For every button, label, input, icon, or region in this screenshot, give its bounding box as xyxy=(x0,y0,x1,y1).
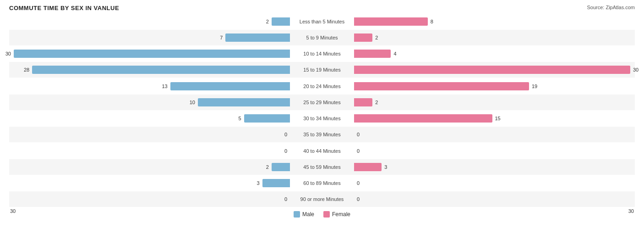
legend-female: Female xyxy=(323,211,350,218)
val-male: 2 xyxy=(266,164,269,170)
row-label: 40 to 44 Minutes xyxy=(292,148,352,154)
bar-female xyxy=(354,17,428,26)
legend: Male Female xyxy=(294,211,350,218)
row-label: 25 to 29 Minutes xyxy=(292,100,352,105)
val-female: 15 xyxy=(495,116,501,121)
val-male: 7 xyxy=(220,35,223,40)
female-legend-label: Female xyxy=(332,211,350,218)
val-male: 5 xyxy=(238,116,241,121)
val-male: 0 xyxy=(284,148,287,154)
val-female: 3 xyxy=(384,164,387,170)
table-row: 283015 to 19 Minutes xyxy=(9,62,635,78)
table-row: 0040 to 44 Minutes xyxy=(9,143,635,159)
row-label: 35 to 39 Minutes xyxy=(292,132,352,137)
row-label: 45 to 59 Minutes xyxy=(292,164,352,170)
row-label: Less than 5 Minutes xyxy=(292,19,352,24)
table-row: 30410 to 14 Minutes xyxy=(9,46,635,61)
bar-female xyxy=(354,66,630,74)
legend-male: Male xyxy=(294,211,314,218)
val-female: 19 xyxy=(532,84,537,89)
male-legend-label: Male xyxy=(302,211,314,218)
val-male: 3 xyxy=(257,180,260,186)
table-row: 725 to 9 Minutes xyxy=(9,30,635,45)
bar-male xyxy=(32,66,290,74)
bar-male xyxy=(225,33,290,42)
table-row: 0035 to 39 Minutes xyxy=(9,127,635,142)
val-male: 2 xyxy=(266,19,269,24)
chart-container: COMMUTE TIME BY SEX IN VANLUE Source: Zi… xyxy=(0,0,644,240)
female-legend-box xyxy=(323,211,330,218)
row-label: 90 or more Minutes xyxy=(292,196,352,202)
table-row: 2345 to 59 Minutes xyxy=(9,159,635,175)
bar-male xyxy=(170,82,290,90)
val-female: 8 xyxy=(431,19,433,24)
table-row: 10225 to 29 Minutes xyxy=(9,95,635,110)
val-male: 0 xyxy=(284,132,287,137)
val-male: 28 xyxy=(24,67,29,73)
bar-female xyxy=(354,82,529,90)
val-male: 10 xyxy=(190,100,195,105)
bar-female xyxy=(354,114,492,123)
bottom-axis: 30 Male Female 30 xyxy=(9,208,635,218)
table-row: 51530 to 34 Minutes xyxy=(9,111,635,126)
bar-female xyxy=(354,98,372,106)
bar-female xyxy=(354,50,391,58)
row-label: 20 to 24 Minutes xyxy=(292,84,352,89)
row-label: 15 to 19 Minutes xyxy=(292,67,352,73)
bar-male xyxy=(14,50,290,58)
val-male: 30 xyxy=(5,51,11,56)
chart-title: COMMUTE TIME BY SEX IN VANLUE xyxy=(9,5,635,11)
bar-male xyxy=(198,98,290,106)
val-female: 2 xyxy=(375,35,378,40)
val-female: 0 xyxy=(357,132,360,137)
table-row: 131920 to 24 Minutes xyxy=(9,78,635,94)
bar-female xyxy=(354,163,382,171)
val-female: 4 xyxy=(393,51,396,56)
bar-male xyxy=(272,163,290,171)
row-label: 10 to 14 Minutes xyxy=(292,51,352,56)
bar-male xyxy=(272,17,290,26)
val-female: 2 xyxy=(375,100,378,105)
val-male: 13 xyxy=(162,84,167,89)
val-male: 0 xyxy=(284,196,287,202)
row-label: 5 to 9 Minutes xyxy=(292,35,352,40)
val-female: 30 xyxy=(633,67,639,73)
table-row: 0090 or more Minutes xyxy=(9,191,635,207)
source-label: Source: ZipAtlas.com xyxy=(587,5,635,10)
bar-female xyxy=(354,33,372,42)
chart-area: 28Less than 5 Minutes725 to 9 Minutes304… xyxy=(9,13,635,207)
val-female: 0 xyxy=(357,196,360,202)
axis-left: 30 xyxy=(10,208,16,218)
val-female: 0 xyxy=(357,180,360,186)
row-label: 60 to 89 Minutes xyxy=(292,180,352,186)
table-row: 28Less than 5 Minutes xyxy=(9,14,635,29)
row-label: 30 to 34 Minutes xyxy=(292,116,352,121)
val-female: 0 xyxy=(357,148,360,154)
table-row: 3060 to 89 Minutes xyxy=(9,175,635,191)
male-legend-box xyxy=(294,211,300,218)
bar-male xyxy=(244,114,290,123)
axis-right: 30 xyxy=(628,208,634,218)
bar-male xyxy=(262,179,290,187)
